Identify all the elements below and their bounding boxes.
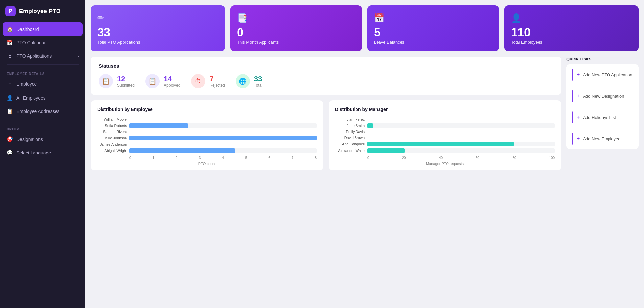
axis-label: 4	[222, 156, 224, 160]
manager-bar-chart: Liam Perez Jane Smith	[335, 117, 555, 154]
employee-chart-x-label: PTO count	[97, 162, 317, 166]
quick-link-add-holidays[interactable]: + Add Holidays List	[572, 107, 633, 128]
employee-chart-title: Distribution by Employee	[97, 107, 317, 112]
bar-fill	[367, 142, 514, 146]
status-total: 🌐 33 Total	[236, 74, 262, 88]
ql-bar	[572, 90, 573, 102]
axis-label: 60	[476, 156, 479, 160]
bookmark-icon: 📑	[237, 13, 356, 23]
statuses-title: Statuses	[99, 63, 553, 69]
stat-card-this-month: 📑 0 This Month Applicants	[230, 5, 362, 51]
submitted-icon: 📋	[99, 74, 113, 88]
quick-link-label: Add New Designation	[583, 94, 624, 99]
bar-row: Abigail Wright	[97, 148, 317, 153]
approved-number: 14	[164, 75, 180, 83]
chevron-right-icon: ›	[78, 54, 79, 58]
edit-icon: ✏	[97, 13, 218, 23]
sidebar-item-employee-addresses[interactable]: 📋 Employee Addresses	[3, 105, 83, 118]
axis-label: 0	[129, 156, 131, 160]
sidebar-item-designations[interactable]: 🎯 Designations	[3, 132, 83, 146]
quick-links-title: Quick Links	[566, 57, 639, 61]
app-logo: P Employee PTO	[0, 0, 85, 22]
bar-track	[367, 148, 555, 153]
manager-chart-title: Distribution by Manager	[335, 107, 555, 112]
employee-bar-chart: William Moore Sofia Rob	[97, 117, 317, 154]
bar-label: James Anderson	[97, 142, 127, 146]
dashboard-icon: 🏠	[7, 26, 13, 32]
bar-fill	[367, 123, 373, 128]
sidebar-item-label: Employee Addresses	[16, 109, 60, 114]
bar-label: Sofia Roberts	[97, 124, 127, 128]
manager-chart-x-label: Manager PTO requests	[335, 162, 555, 166]
address-icon: 📋	[7, 108, 13, 114]
stat-label-leave: Leave Balances	[374, 40, 493, 45]
bar-row: Liam Perez	[335, 117, 555, 121]
quick-link-label: Add New PTO Application	[583, 72, 632, 77]
bar-row: James Anderson	[97, 142, 317, 146]
sidebar-item-label: PTO Calendar	[16, 40, 46, 45]
bar-label: Emily Davis	[335, 130, 365, 134]
stat-card-total-employees: 👤 110 Total Employees	[504, 5, 639, 51]
quick-link-label: Add New Employee	[583, 136, 620, 141]
ql-bar	[572, 111, 573, 123]
axis-label: 0	[367, 156, 369, 160]
stat-label-pto: Total PTO Applications	[97, 40, 218, 45]
sidebar-item-employee[interactable]: ＋ Employee	[3, 77, 83, 91]
stat-label-employees: Total Employees	[511, 40, 632, 45]
calendar2-icon: 📅	[374, 13, 493, 23]
axis-label: 20	[402, 156, 406, 160]
sidebar-item-label: PTO Applications	[16, 53, 52, 59]
bar-row: William Moore	[97, 117, 317, 121]
axis-label: 1	[153, 156, 155, 160]
status-submitted: 📋 12 Submitted	[99, 74, 135, 88]
bar-label: Samuel Rivera	[97, 130, 127, 134]
rejected-label: Rejected	[209, 83, 225, 88]
quick-link-add-designation[interactable]: + Add New Designation	[572, 85, 633, 107]
axis-label: 100	[549, 156, 555, 160]
sidebar-item-select-language[interactable]: 💬 Select Language	[3, 146, 83, 159]
employee-icon: 👤	[511, 13, 632, 23]
designations-icon: 🎯	[7, 136, 13, 142]
sidebar-item-all-employees[interactable]: 👤 All Employees	[3, 91, 83, 105]
status-approved: 📋 14 Approved	[145, 74, 180, 88]
rejected-icon: ⏱	[191, 74, 205, 88]
language-icon: 💬	[7, 150, 13, 156]
stat-number-employees: 110	[511, 27, 632, 38]
bar-row: Aria Campbell	[335, 142, 555, 146]
bar-track	[129, 136, 317, 140]
sidebar-item-label: Employee	[16, 82, 37, 87]
sidebar-item-label: Designations	[16, 137, 43, 142]
axis-label: 3	[199, 156, 201, 160]
axis-label: 8	[315, 156, 317, 160]
bar-track	[129, 148, 317, 153]
stat-label-month: This Month Applicants	[237, 40, 356, 45]
plus-icon: +	[577, 136, 580, 142]
sidebar: P Employee PTO 🏠 Dashboard 📅 PTO Calenda…	[0, 0, 85, 308]
right-panel: Quick Links + Add New PTO Application + …	[566, 51, 639, 170]
submitted-number: 12	[117, 75, 135, 83]
stat-card-total-pto: ✏ 33 Total PTO Applications	[91, 5, 225, 51]
total-icon: 🌐	[236, 74, 250, 88]
plus-icon: +	[577, 93, 580, 99]
sidebar-item-pto-applications[interactable]: 🖥 PTO Applications ›	[3, 49, 83, 62]
plus-icon: +	[577, 114, 580, 120]
bar-row: Mike Johnson	[97, 136, 317, 140]
bar-label: William Moore	[97, 117, 127, 121]
stat-number-month: 0	[237, 27, 356, 38]
logo-icon: P	[5, 6, 16, 16]
quick-link-add-employee[interactable]: + Add New Employee	[572, 128, 633, 149]
sidebar-item-pto-calendar[interactable]: 📅 PTO Calendar	[3, 36, 83, 49]
content-area: Statuses 📋 12 Submitted 📋 14 Approv	[85, 51, 644, 176]
axis-label: 6	[268, 156, 270, 160]
main-panels: Statuses 📋 12 Submitted 📋 14 Approv	[91, 51, 561, 170]
app-name: Employee PTO	[19, 8, 61, 15]
approved-label: Approved	[164, 83, 180, 88]
axis-label: 5	[245, 156, 247, 160]
stat-number-pto: 33	[97, 27, 218, 38]
person-icon: 👤	[7, 95, 13, 101]
calendar-icon: 📅	[7, 39, 13, 46]
status-rejected: ⏱ 7 Rejected	[191, 74, 225, 88]
submitted-label: Submitted	[117, 83, 135, 88]
quick-link-add-pto[interactable]: + Add New PTO Application	[572, 64, 633, 85]
sidebar-item-dashboard[interactable]: 🏠 Dashboard	[3, 22, 83, 36]
